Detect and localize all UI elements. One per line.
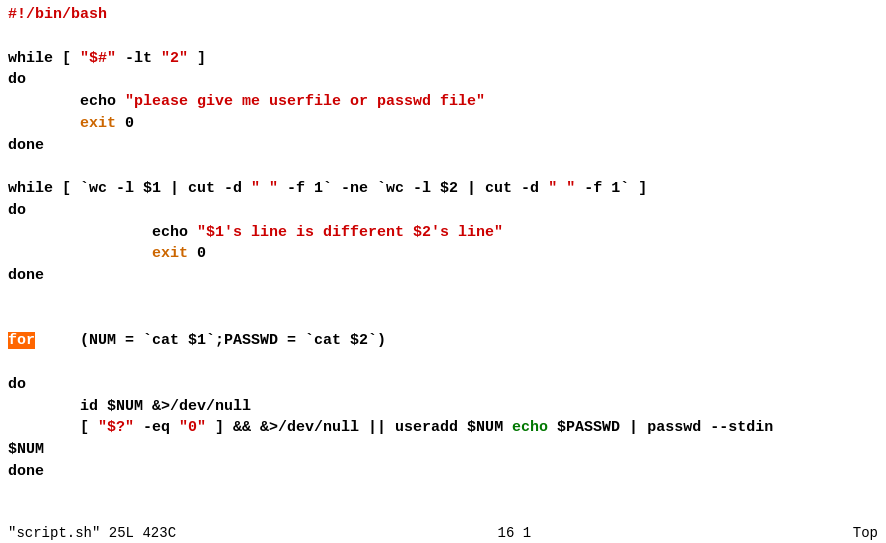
code-line: for (NUM = `cat $1`;PASSWD = `cat $2`) (0, 330, 886, 352)
code-line: [ "$?" -eq "0" ] && &>/dev/null || usera… (0, 417, 886, 439)
code-line: done (0, 461, 886, 483)
status-filename: "script.sh" 25L 423C (8, 525, 176, 541)
code-line (0, 287, 886, 309)
code-line: id $NUM &>/dev/null (0, 396, 886, 418)
status-position: 16 1 (498, 525, 532, 541)
code-line: echo "please give me userfile or passwd … (0, 91, 886, 113)
code-line: exit 0 (0, 243, 886, 265)
code-line (0, 309, 886, 331)
code-line (0, 352, 886, 374)
code-editor: #!/bin/bash while [ "$#" -lt "2" ]do ech… (0, 0, 886, 523)
code-line: do (0, 200, 886, 222)
code-line: $NUM (0, 439, 886, 461)
code-line: done (0, 265, 886, 287)
code-line (0, 156, 886, 178)
code-line: echo "$1's line is different $2's line" (0, 222, 886, 244)
code-line: do (0, 374, 886, 396)
code-line (0, 26, 886, 48)
code-line: done (0, 135, 886, 157)
status-bar: "script.sh" 25L 423C 16 1 Top (0, 523, 886, 543)
code-line: exit 0 (0, 113, 886, 135)
status-location: Top (853, 525, 878, 541)
code-line: while [ `wc -l $1 | cut -d " " -f 1` -ne… (0, 178, 886, 200)
code-line: while [ "$#" -lt "2" ] (0, 48, 886, 70)
code-line: #!/bin/bash (0, 4, 886, 26)
code-line: do (0, 69, 886, 91)
